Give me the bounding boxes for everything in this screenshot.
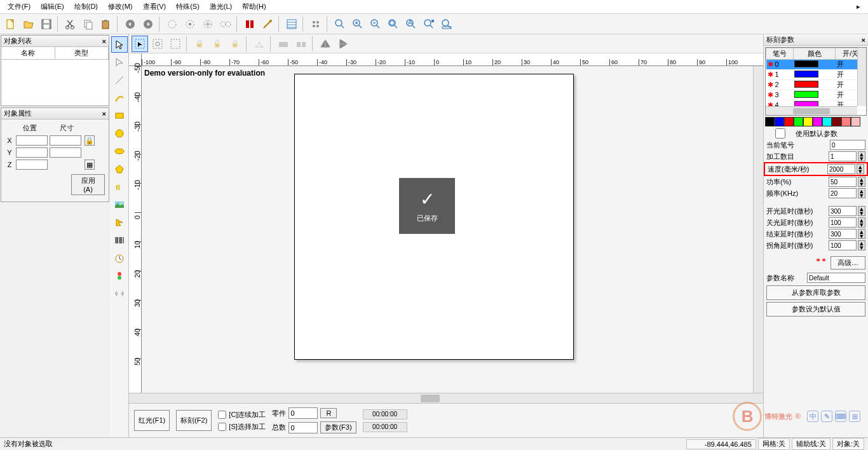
group-button[interactable]: [275, 36, 292, 52]
lock2-button[interactable]: 🔓: [209, 36, 226, 52]
curve-tool[interactable]: [111, 90, 128, 106]
object-list-body[interactable]: [1, 60, 109, 106]
color-swatch[interactable]: [794, 117, 803, 126]
pen-vscroll[interactable]: [857, 48, 866, 106]
zoom-work-button[interactable]: [438, 16, 455, 32]
hatch3-button[interactable]: [200, 16, 216, 32]
menu-view[interactable]: 查看(V): [138, 1, 172, 13]
col-type[interactable]: 类型: [55, 47, 109, 59]
redo-button[interactable]: [140, 16, 156, 32]
use-default-checkbox[interactable]: [766, 128, 794, 139]
grid-icon[interactable]: ▦: [85, 160, 95, 170]
speed-input[interactable]: [827, 164, 855, 174]
pen-row[interactable]: ✱ 3: [766, 90, 794, 100]
power-input[interactable]: [829, 177, 857, 187]
status-guide[interactable]: 辅助线:关: [792, 438, 831, 450]
mirror-v-button[interactable]: [335, 36, 351, 52]
hatch4-button[interactable]: [217, 16, 234, 32]
align1-button[interactable]: [251, 36, 268, 52]
x-size-input[interactable]: [50, 135, 81, 146]
rings-icon[interactable]: ⚭⚭: [815, 256, 827, 269]
vscrollbar[interactable]: [753, 66, 763, 393]
color-swatch[interactable]: [784, 117, 794, 126]
freq-input[interactable]: [829, 188, 857, 198]
zoom-in-button[interactable]: [349, 16, 366, 32]
pen-table[interactable]: 笔号颜色开/关 ✱ 0开✱ 1开✱ 2开✱ 3开✱ 4开✱ 5开✱ 6开: [765, 47, 867, 116]
pen-hscroll[interactable]: [766, 106, 857, 115]
pick3-button[interactable]: [167, 36, 184, 52]
x-pos-input[interactable]: [16, 135, 48, 146]
vector-tool[interactable]: [111, 214, 128, 231]
from-lib-button[interactable]: 从参数库取参数: [766, 285, 865, 300]
count-input[interactable]: [829, 151, 857, 161]
menu-help[interactable]: 帮助(H): [237, 1, 271, 13]
line-tool[interactable]: [111, 72, 128, 88]
zoom-button[interactable]: [332, 16, 348, 32]
apply-button[interactable]: 应用(A): [71, 174, 105, 195]
pick-button[interactable]: [132, 36, 148, 52]
corner-delay-input[interactable]: [829, 240, 857, 250]
color-swatch[interactable]: [841, 117, 851, 126]
pen-row[interactable]: ✱ 1: [766, 70, 794, 80]
ungroup-button[interactable]: [293, 36, 309, 52]
tools-button[interactable]: [259, 16, 276, 32]
speed-spinner[interactable]: ▴▾: [857, 164, 864, 174]
color-swatch[interactable]: [775, 117, 784, 126]
lock1-button[interactable]: 🔒: [191, 36, 208, 52]
close-icon[interactable]: ×: [862, 36, 865, 44]
end-delay-spinner[interactable]: ▴▾: [858, 229, 865, 239]
mark-button[interactable]: 标刻(F2): [176, 410, 212, 431]
on-delay-spinner[interactable]: ▴▾: [858, 206, 865, 216]
save-button[interactable]: [38, 16, 55, 32]
select-checkbox[interactable]: [218, 423, 226, 431]
properties-button[interactable]: [283, 16, 300, 32]
y-size-input[interactable]: [50, 147, 81, 158]
close-icon[interactable]: ×: [102, 38, 106, 45]
zoom-all-button[interactable]: A: [403, 16, 419, 32]
copy-button[interactable]: [80, 16, 97, 32]
power-spinner[interactable]: ▴▾: [858, 177, 865, 187]
continuous-checkbox[interactable]: [218, 411, 226, 419]
menu-draw[interactable]: 绘制(D): [69, 1, 103, 13]
color-swatch[interactable]: [851, 117, 860, 126]
freq-spinner[interactable]: ▴▾: [858, 188, 865, 198]
current-pen-input[interactable]: [830, 140, 865, 150]
status-object[interactable]: 对象:关: [832, 438, 864, 450]
col-name[interactable]: 名称: [1, 47, 55, 59]
circle-tool[interactable]: [111, 125, 128, 142]
total-input[interactable]: [288, 422, 318, 433]
open-button[interactable]: [20, 16, 37, 32]
menu-edit[interactable]: 编辑(E): [36, 1, 69, 13]
menu-modify[interactable]: 修改(M): [103, 1, 138, 13]
off-delay-spinner[interactable]: ▴▾: [858, 217, 865, 228]
y-pos-input[interactable]: [16, 147, 48, 158]
set-default-button[interactable]: 参数设为默认值: [766, 302, 865, 317]
z-input[interactable]: [16, 160, 48, 170]
timer-tool[interactable]: [111, 250, 128, 266]
color-swatch[interactable]: [822, 117, 832, 126]
zoom-fit-button[interactable]: [385, 16, 402, 32]
cut-button[interactable]: [62, 16, 79, 32]
zoom-out-button[interactable]: [367, 16, 384, 32]
color-swatch[interactable]: [803, 117, 813, 126]
on-delay-input[interactable]: [829, 206, 857, 216]
menu-laser[interactable]: 激光(L): [205, 1, 237, 13]
lock-icon[interactable]: 🔒: [85, 135, 95, 146]
end-delay-input[interactable]: [829, 229, 857, 239]
menu-file[interactable]: 文件(F): [3, 1, 36, 13]
red-light-button[interactable]: 红光(F1): [134, 410, 170, 431]
io-tool[interactable]: [111, 268, 128, 284]
lock3-button[interactable]: 🔒: [227, 36, 243, 52]
hscrollbar[interactable]: [129, 393, 763, 403]
pen-row[interactable]: ✱ 2: [766, 80, 794, 90]
select-tool[interactable]: [111, 36, 128, 53]
pick2-button[interactable]: [149, 36, 166, 52]
ellipse-tool[interactable]: [111, 143, 128, 160]
zoom-sel-button[interactable]: [421, 16, 437, 32]
rect-tool[interactable]: [111, 107, 128, 124]
param-name-input[interactable]: [807, 273, 865, 283]
layers-button[interactable]: [308, 16, 324, 32]
count-spinner[interactable]: ▴▾: [858, 151, 865, 161]
off-delay-input[interactable]: [829, 217, 857, 228]
hatch2-button[interactable]: [182, 16, 198, 32]
